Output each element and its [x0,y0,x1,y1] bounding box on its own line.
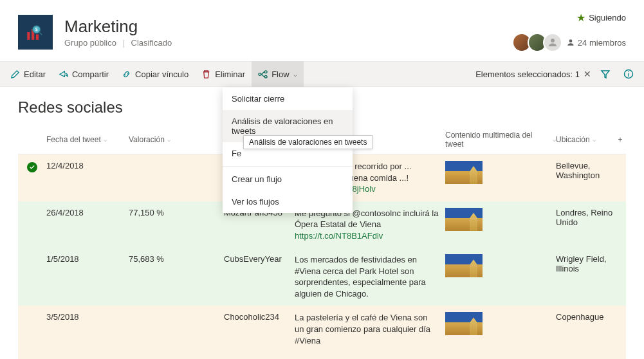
cell-ubicacion: Bellevue, Washington [556,161,626,180]
col-valoracion-label: Valoración [129,135,165,144]
chevron-down-icon: ⌵ [167,136,170,143]
command-bar: Editar Compartir Copiar vínculo Eliminar… [0,61,644,87]
trash-icon [201,69,211,79]
cell-valoracion: 77,150 % [129,208,224,217]
col-media[interactable]: Contenido multimedia del tweet⌵ [445,131,556,149]
svg-point-10 [264,75,267,78]
cell-usuario: CubsEveryYear [224,254,295,264]
cell-ubicacion: Copenhague [556,312,626,322]
flow-dropdown: Solicitar cierre Análisis de valoracione… [223,87,353,213]
media-thumbnail[interactable] [445,254,483,277]
col-fecha-label: Fecha del tweet [46,135,101,144]
flow-tooltip: Análisis de valoraciones en tweets [243,135,373,149]
pencil-icon [10,69,20,79]
page-header: $ Marketing Grupo público | Clasificado … [0,0,644,61]
svg-rect-2 [36,34,39,40]
cell-fecha: 26/4/2018 [46,208,129,217]
subtitle-separator: | [123,38,125,48]
site-text: Marketing Grupo público | Clasificado [64,17,516,48]
share-label: Compartir [72,69,109,79]
svg-point-13 [628,71,629,73]
row-check-icon[interactable] [27,162,37,172]
table-row[interactable]: 3/5/2018Chocoholic234La pastelería y el … [18,306,626,353]
cell-media [445,161,556,184]
table-row[interactable]: 8/5/2018SleepyPuppyMañana maravillosa en… [18,353,626,359]
members-label: 24 miembros [578,38,626,48]
bar-chart-magnifier-icon: $ [24,21,46,43]
cell-media [445,208,556,231]
delete-button[interactable]: Eliminar [195,61,252,87]
table-row[interactable]: 1/5/201875,683 %CubsEveryYearLos mercado… [18,248,626,306]
col-fecha[interactable]: Fecha del tweet⌵ [46,135,129,144]
chevron-down-icon: ⌵ [293,71,297,78]
cell-ubicacion: Wrigley Field, Illinois [556,254,626,273]
classification: Clasificado [131,38,172,48]
info-icon [623,69,634,79]
cell-media [445,312,556,335]
cell-valoracion: 75,683 % [129,254,224,264]
col-ubicacion-label: Ubicación [556,135,590,144]
media-thumbnail[interactable] [445,161,483,184]
col-media-label: Contenido multimedia del tweet [445,131,550,149]
people-bar: 24 miembros [516,33,626,52]
media-thumbnail[interactable] [445,208,483,231]
edit-button[interactable]: Editar [4,61,52,87]
avatar-generic[interactable] [543,33,562,52]
flow-icon [258,69,268,79]
svg-point-6 [551,39,555,42]
info-button[interactable] [617,61,640,87]
cell-fecha: 1/5/2018 [46,254,129,264]
flow-button[interactable]: Flow ⌵ [252,61,303,87]
selection-count: Elementos seleccionados: 1 ✕ [473,69,594,79]
share-button[interactable]: Compartir [52,61,115,87]
share-icon [59,69,68,79]
site-title: Marketing [64,17,516,37]
site-logo: $ [18,15,53,50]
person-icon [566,38,575,47]
site-subtitle: Grupo público | Clasificado [64,38,516,48]
clear-selection-button[interactable]: ✕ [584,69,591,79]
filter-button[interactable] [594,61,617,87]
flow-item-request-closure[interactable]: Solicitar cierre [223,87,353,110]
copy-link-button[interactable]: Copiar vínculo [115,61,195,87]
star-icon: ★ [576,12,585,24]
cell-contenido: Los mercados de festividades en #Viena c… [295,254,445,299]
chevron-down-icon: ⌵ [104,136,107,143]
svg-rect-0 [27,32,30,40]
cell-ubicacion: Londres, Reino Unido [556,208,626,227]
selection-count-label: Elementos seleccionados: 1 [475,69,580,79]
svg-point-7 [569,39,573,42]
follow-button[interactable]: ★ Siguiendo [576,12,626,24]
group-type: Grupo público [64,38,116,48]
copy-link-label: Copiar vínculo [135,69,189,79]
cell-fecha: 12/4/2018 [46,161,129,170]
chevron-down-icon: ⌵ [593,136,596,143]
cell-media [445,254,556,277]
delete-label: Eliminar [215,69,245,79]
cell-contenido: La pastelería y el café de Viena son un … [295,312,445,346]
header-right: ★ Siguiendo 24 miembros [516,12,626,52]
follow-label: Siguiendo [589,13,626,23]
link-icon [122,69,131,79]
svg-point-8 [259,73,261,75]
col-ubicacion[interactable]: Ubicación⌵ [556,135,614,144]
menu-divider [223,166,353,167]
flow-item-view[interactable]: Ver los flujos [223,190,353,213]
filter-icon [600,69,611,79]
edit-label: Editar [24,69,46,79]
svg-line-5 [39,32,42,35]
flow-item-create[interactable]: Crear un flujo [223,168,353,190]
svg-text:$: $ [35,27,38,32]
members-link[interactable]: 24 miembros [566,38,626,48]
svg-point-9 [264,70,267,73]
cell-fecha: 3/5/2018 [46,312,129,322]
tweet-link[interactable]: https://t.co/NT8B1AFdlv [295,231,383,241]
flow-label: Flow [271,69,289,79]
col-valoracion[interactable]: Valoración⌵ [129,135,224,144]
cell-usuario: Chocoholic234 [224,312,295,322]
add-column-button[interactable]: + [614,135,626,144]
media-thumbnail[interactable] [445,312,483,335]
